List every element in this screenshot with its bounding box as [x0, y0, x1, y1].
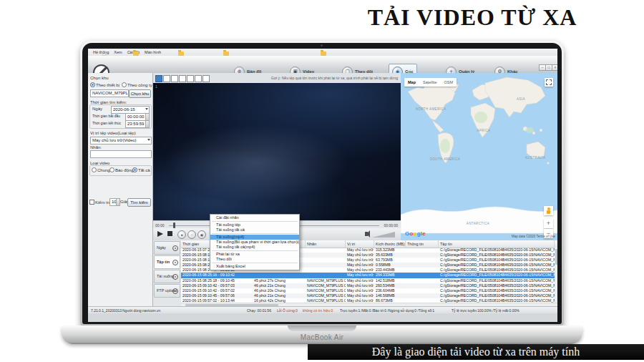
table-row[interactable]: 2020-06-15 09:10:42 - 09:57:0246 phút 20… — [181, 288, 555, 293]
search-sidebar: Chọn khu Theo thiết bị Theo công ty NAVI… — [88, 73, 153, 306]
context-menu-item[interactable]: Tải xuống(mp4) — [210, 235, 299, 240]
layout-3x3-icon[interactable] — [171, 75, 178, 82]
radio-icon — [92, 167, 97, 172]
map-tab-osm[interactable]: OSM — [441, 78, 457, 87]
table-cell: C:/gStorage/RECORD_FILE/0508104B4635/202… — [439, 263, 555, 268]
stop-button[interactable] — [167, 231, 172, 236]
folder-icon — [133, 52, 139, 56]
table-cell: 46 phút 20s Chung — [253, 288, 306, 293]
layout-4x4-icon[interactable] — [179, 75, 186, 82]
context-menu-item[interactable]: Tải xuống tất cả — [210, 228, 299, 233]
end-time-spinner[interactable]: 23:59:59 — [125, 120, 150, 128]
map-attribution: Map data ©2020 Terms of Use — [512, 235, 555, 238]
record-button[interactable]: ● — [177, 230, 186, 239]
fullscreen-button[interactable] — [545, 78, 553, 87]
tab-icon: ● — [172, 245, 178, 251]
pegman-button[interactable] — [544, 206, 553, 215]
table-cell — [406, 288, 439, 293]
layout-custom-icon[interactable] — [203, 75, 210, 82]
radio-icon — [109, 167, 114, 172]
menu-màn-hình[interactable]: Màn hình — [145, 49, 161, 56]
column-header[interactable]: Vị trí — [346, 240, 374, 248]
table-cell: C:/gStorage/RECORD_FILE/0508104B4635/202… — [439, 278, 555, 283]
label-input[interactable] — [90, 150, 152, 158]
location-group-label: Vị trí tệp video(Loại tệp) — [90, 131, 136, 135]
table-row[interactable]: 2020-06-15 08:25:16 - 09:10:42Máy chủ lư… — [181, 273, 555, 278]
radio-type-alarm[interactable]: Báo động — [109, 167, 134, 172]
menu-xem[interactable]: Xem — [114, 49, 122, 56]
map-tab-satellite[interactable]: Satellite — [419, 78, 441, 87]
layout-2x2-icon[interactable] — [163, 75, 170, 82]
table-cell: 2020-06-15 08:25:18 - 09:10:45 — [181, 278, 253, 283]
layout-1x1-icon[interactable] — [155, 75, 162, 82]
check-interval[interactable]: Kiểm tra — [89, 200, 111, 205]
table-cell: Máy chủ lưu trữ — [346, 278, 374, 283]
caption-text: Đây là giao diện tải video từ xa trên má… — [308, 344, 644, 360]
table-row[interactable]: 2020-06-15 08:25:18 - 09:10:4545 phút 27… — [181, 278, 555, 283]
volume-slider[interactable] — [372, 232, 395, 238]
table-cell: NAVICOM_M79PLUS CH3 — [306, 278, 346, 283]
audio-button[interactable]: ○ — [187, 230, 196, 239]
caption-bar: Đây là giao diện tải video từ xa trên má… — [308, 344, 644, 360]
context-menu-item[interactable]: Cài đặt nhãn — [210, 215, 299, 220]
logged-user: Người dùng:navicom.vn — [122, 308, 160, 313]
table-row[interactable]: 2020-06-15 09:10:45 - 09:57:0646 phút 21… — [181, 293, 555, 298]
file-tab-ftp-upload[interactable]: FTP upload● — [154, 284, 180, 298]
radio-by-company[interactable]: Theo công ty — [122, 82, 152, 87]
table-cell — [406, 278, 439, 283]
folder-icon — [223, 52, 229, 56]
table-cell — [406, 253, 439, 258]
table-cell: 254.333MB — [374, 273, 406, 278]
device-name-input[interactable]: NAVICOM_M79PLUS — [90, 89, 129, 97]
file-tab-tải-xuống[interactable]: Tải xuống● — [154, 270, 180, 283]
play-button[interactable] — [157, 231, 163, 237]
context-menu-item[interactable]: Tải xuống tất cả(mp4) — [210, 245, 299, 250]
location-combobox[interactable]: Máy chủ lưu trữ(Video) — [90, 137, 152, 145]
vertical-scrollbar[interactable] — [555, 248, 557, 303]
speaker-icon[interactable] — [365, 232, 368, 236]
context-menu-item[interactable]: Tải xuống(Bỏ qua phạm vi thời gian lựa c… — [210, 240, 299, 245]
file-tab-ngày[interactable]: Ngày● — [154, 241, 180, 255]
tab-icon: ● — [172, 260, 178, 265]
table-cell: 146.568MB — [374, 293, 406, 298]
layout-8x8-icon[interactable] — [195, 75, 202, 82]
table-cell: Máy chủ lưu trữ — [346, 288, 374, 293]
table-cell — [406, 268, 439, 273]
video-viewport[interactable]: 1 — [153, 83, 401, 220]
world-map: NORTH AMERICASOUTH AMERICAAFRICAASIAAUST… — [401, 73, 557, 240]
table-cell — [306, 253, 346, 258]
menu-separator — [212, 263, 298, 263]
table-cell: Máy chủ lưu trữ — [346, 293, 374, 298]
close-button[interactable]: × — [552, 64, 557, 71]
pegman-icon — [547, 207, 550, 210]
radio-type-all[interactable]: Tất cả — [132, 167, 150, 172]
status-bar: 7.21.0.1_20200313 Người dùng:navicom.vn … — [88, 306, 557, 313]
search-button[interactable]: Tìm kiếm — [127, 198, 151, 207]
file-tab-tập-tin[interactable]: Tập tin● — [154, 255, 180, 269]
context-menu-item[interactable]: Xuất bảng Excel — [210, 264, 299, 269]
column-header[interactable]: Tập tin — [439, 240, 555, 248]
zoom-in-button[interactable]: + — [544, 219, 553, 228]
table-row[interactable]: 2020-06-15 09:10:42 - 09:57:0346 phút 21… — [181, 283, 555, 288]
seek-thumb[interactable] — [173, 222, 175, 228]
context-menu-item[interactable]: Phát lại từ xa — [210, 252, 299, 257]
interval-spinner[interactable]: 10 — [109, 198, 120, 206]
table-cell: Máy chủ lưu trữ — [346, 273, 374, 278]
layout-6x6-icon[interactable] — [187, 75, 194, 82]
radio-by-device[interactable]: Theo thiết bị — [90, 82, 119, 87]
table-cell: 2020-06-15 09:10:42 - 09:57:03 — [181, 283, 253, 288]
column-header[interactable]: Kích thước (MB) — [374, 240, 406, 248]
column-header[interactable]: Nhãn — [306, 240, 346, 248]
table-cell: 233.443MB — [374, 268, 406, 273]
table-cell — [406, 283, 439, 288]
column-header[interactable]: Thông tin — [406, 240, 439, 248]
context-menu-item[interactable]: Theo dõi — [210, 257, 299, 262]
snapshot-button[interactable]: ◉ — [197, 230, 206, 239]
choose-area-button[interactable]: Chọn khu — [129, 89, 151, 98]
table-cell: 2020-06-15 09:10:45 - 09:57:06 — [181, 293, 253, 298]
context-menu-item[interactable]: Tải xuống tệp — [210, 222, 299, 228]
table-cell: NAVICOM_M79PLUS CH4 — [306, 288, 346, 293]
radio-type-normal[interactable]: Chung — [92, 167, 110, 172]
map-panel[interactable]: NORTH AMERICASOUTH AMERICAAFRICAASIAAUST… — [401, 73, 557, 240]
map-tab-map[interactable]: Map — [404, 78, 419, 87]
